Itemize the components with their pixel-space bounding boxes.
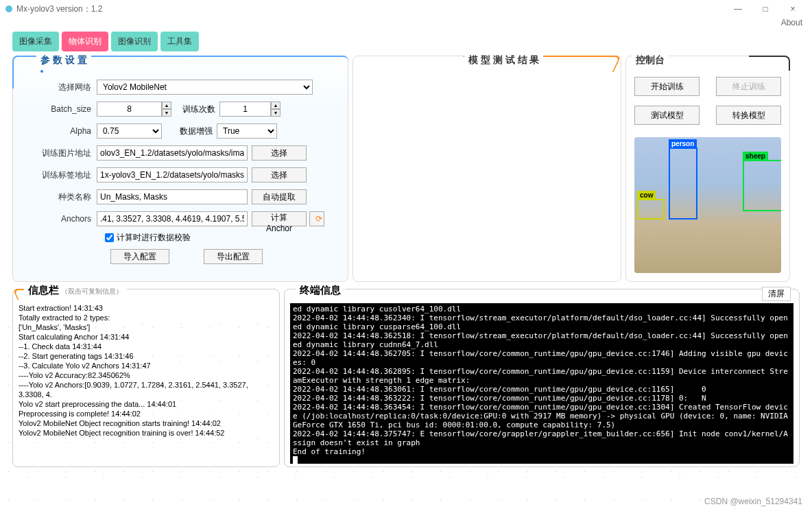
tab-image-classify[interactable]: 图像识别 <box>111 32 158 51</box>
test-result-title: 模 型 测 试 结 果 <box>464 54 543 67</box>
imgpath-input[interactable] <box>97 145 248 161</box>
calc-anchor[interactable]: 计算Anchor <box>252 211 307 226</box>
stop-train[interactable]: 终止训练 <box>716 77 781 96</box>
tab-capture[interactable]: 图像采集 <box>12 32 59 51</box>
convert-model[interactable]: 转换模型 <box>716 106 781 125</box>
export-config[interactable]: 导出配置 <box>204 249 263 264</box>
close-button[interactable]: × <box>779 4 807 14</box>
alpha-label: Alpha <box>21 126 97 136</box>
imgpath-choose[interactable]: 选择 <box>252 145 307 161</box>
main-tabs: 图像采集 物体识别 图像识别 工具集 <box>12 32 800 51</box>
anchors-input[interactable] <box>97 211 248 226</box>
minimize-button[interactable]: — <box>724 4 752 14</box>
reload-icon[interactable]: ⟳ <box>309 211 324 226</box>
menubar: About <box>0 18 812 30</box>
tab-tools[interactable]: 工具集 <box>160 32 199 51</box>
settings-title: 参 数 设 置 <box>36 54 91 67</box>
import-config[interactable]: 导入配置 <box>110 249 169 264</box>
xmlpath-label: 训练标签地址 <box>21 169 97 181</box>
data-check[interactable] <box>105 233 114 242</box>
watermark: CSDN @weixin_51294341 <box>704 497 802 506</box>
test-result-panel: 模 型 测 试 结 果 <box>353 56 621 282</box>
aug-select[interactable]: True <box>217 123 277 139</box>
clear-terminal[interactable]: 清屏 <box>762 287 791 301</box>
classes-input[interactable] <box>97 189 248 204</box>
preview-image: person sheep cow <box>634 137 781 273</box>
app-icon <box>5 5 12 12</box>
maximize-button[interactable]: □ <box>752 4 779 14</box>
info-sub: （双击可复制信息） <box>61 287 123 295</box>
terminal-panel: 终端信息 清屏 ed dynamic library cusolver64_10… <box>284 289 800 467</box>
data-check-label: 计算时进行数据校验 <box>117 232 191 244</box>
bbox-sheep: sheep <box>743 160 781 211</box>
net-select[interactable]: Yolov2 MobileNet <box>97 80 313 95</box>
info-log[interactable]: Start extraction! 14:31:43Totally extrac… <box>19 303 274 438</box>
epochs-down[interactable]: ▼ <box>271 109 280 117</box>
epochs-up[interactable]: ▲ <box>271 102 280 109</box>
xmlpath-choose[interactable]: 选择 <box>252 167 307 182</box>
tab-object-detect[interactable]: 物体识别 <box>62 32 108 51</box>
control-title: 控制台 <box>632 54 669 67</box>
terminal-title: 终端信息 <box>296 284 345 297</box>
aug-label: 数据增强 <box>162 126 217 137</box>
bbox-person: person <box>669 147 697 220</box>
net-label: 选择网络 <box>21 82 97 93</box>
epochs-input[interactable] <box>219 102 271 117</box>
titlebar: Mx-yolov3 version：1.2 — □ × <box>0 0 812 18</box>
batch-label: Batch_size <box>21 104 97 114</box>
batch-down[interactable]: ▼ <box>162 109 171 117</box>
anchors-label: Anchors <box>21 214 97 224</box>
control-panel: 控制台 开始训练 终止训练 测试模型 转换模型 person sheep cow <box>625 56 790 282</box>
alpha-select[interactable]: 0.75 <box>97 123 162 139</box>
batch-input[interactable] <box>97 102 162 117</box>
bbox-cow: cow <box>637 199 665 220</box>
window-title: Mx-yolov3 version：1.2 <box>16 3 724 15</box>
info-title: 信息栏 <box>28 284 59 296</box>
xmlpath-input[interactable] <box>97 167 248 182</box>
test-model[interactable]: 测试模型 <box>634 106 700 125</box>
auto-extract[interactable]: 自动提取 <box>252 189 307 204</box>
terminal-output[interactable]: ed dynamic library cusolver64_100.dll 20… <box>290 303 793 464</box>
start-train[interactable]: 开始训练 <box>634 77 700 96</box>
imgpath-label: 训练图片地址 <box>21 147 97 159</box>
info-panel: 信息栏（双击可复制信息） Start extraction! 14:31:43T… <box>12 289 280 467</box>
about-menu[interactable]: About <box>781 18 802 27</box>
epochs-label: 训练次数 <box>171 104 219 115</box>
classes-label: 种类名称 <box>21 191 97 203</box>
settings-panel: 参 数 设 置 选择网络 Yolov2 MobileNet Batch_size… <box>12 56 348 282</box>
batch-up[interactable]: ▲ <box>162 102 171 109</box>
